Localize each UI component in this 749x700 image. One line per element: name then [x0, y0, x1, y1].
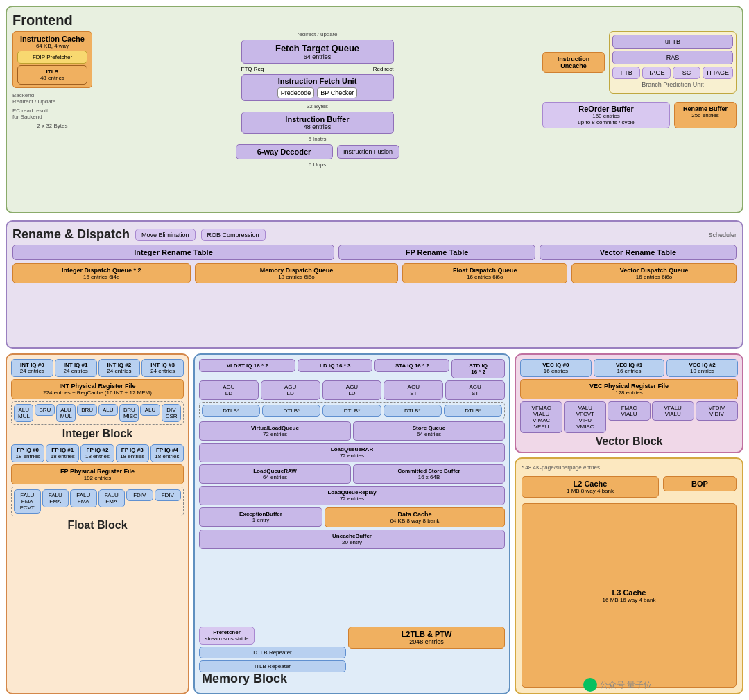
- alu-mul-0: ALU MUL: [14, 404, 33, 422]
- sc-box: SC: [673, 67, 700, 79]
- 6uops-label: 6 Uops: [309, 161, 326, 168]
- vldst-iq-box: VLDST IQ 16 * 2: [199, 359, 295, 372]
- load-replay-box: LoadQueueReplay 72 entries: [199, 486, 505, 505]
- agu-st-0: AGU ST: [384, 380, 443, 400]
- l2l3-cache-block: * 48 4K-page/superpage entries L2 Cache …: [515, 457, 743, 694]
- dtlb-units-dashed: DTLB* DTLB* DTLB* DTLB* DTLB*: [199, 402, 505, 419]
- alu-mul-1: ALU MUL: [56, 404, 76, 422]
- decoder-box: 6-way Decoder: [236, 144, 333, 159]
- falu-fma-1: FALU FMA: [70, 489, 97, 507]
- int-rename-box: Integer Rename Table: [12, 245, 334, 260]
- alu-0: ALU: [98, 404, 118, 416]
- memory-block: VLDST IQ 16 * 2 LD IQ 16 * 3 STA IQ 16 *…: [193, 353, 510, 694]
- rename-section: Rename & Dispatch Move Elimination ROB C…: [6, 220, 743, 349]
- vec-iq0: VEC IQ #0 16 entries: [520, 359, 592, 377]
- vfmac-box: VFMAC VIALU VIMAC VPPU: [520, 401, 562, 433]
- bpu-title: Branch Prediction Unit: [612, 81, 733, 88]
- move-elim-box: Move Elimination: [135, 229, 196, 241]
- exception-buf-box: ExceptionBuffer 1 entry: [199, 507, 322, 527]
- int-iq1: INT IQ #1 24 entries: [55, 359, 97, 377]
- fp-units-dashed: FALU FMA FCVT FALU FMA FALU FMA FALU FMA…: [11, 487, 184, 516]
- int-iq0: INT IQ #0 24 entries: [11, 359, 53, 377]
- vec-iq2: VEC IQ #2 10 entries: [666, 359, 738, 377]
- uncache-buf-box: UncacheBuffer 20 entry: [199, 530, 505, 549]
- ras-box: RAS: [612, 51, 733, 64]
- vec-rename-box: Vector Rename Table: [540, 245, 737, 260]
- l2-cache-box: L2 Cache 1 MB 8 way 4 bank: [522, 476, 659, 498]
- fp-iq2: FP IQ #2 18 entries: [80, 444, 114, 462]
- 48k-annotation: * 48 4K-page/superpage entries: [522, 464, 737, 471]
- agu-st-1: AGU ST: [445, 380, 505, 400]
- ld-iq-box: LD IQ 16 * 3: [298, 359, 372, 372]
- inst-fusion-box: Instruction Fusion: [337, 145, 399, 159]
- sta-iq-box: STA IQ 16 * 2: [374, 359, 449, 372]
- 32bytes-label: 32 Bytes: [307, 103, 328, 110]
- bottom-area: INT IQ #0 24 entries INT IQ #1 24 entrie…: [6, 353, 743, 694]
- vfalu-vialu-box: VFALU VIALU: [652, 401, 694, 421]
- scheduler-label: Scheduler: [708, 231, 737, 238]
- store-queue: Store Queue 64 entries: [353, 421, 505, 441]
- data-cache-box: Data Cache 64 KB 8 way 8 bank: [325, 507, 505, 527]
- bru-0: BRU: [35, 404, 54, 416]
- itlb-box: ITLB 48 entries: [17, 65, 87, 85]
- vfdiv-vidiv-box: VFDIV VIDIV: [696, 401, 738, 421]
- l2tlb-ptw-box: L2TLB & PTW 2048 entries: [348, 627, 505, 649]
- vector-block: VEC IQ #0 16 entries VEC IQ #1 16 entrie…: [515, 353, 743, 453]
- agu-ld-1: AGU LD: [261, 380, 320, 400]
- fdiv-1: FDIV: [155, 489, 182, 501]
- backend-redirect-label: BackendRedirect / Update: [12, 92, 92, 105]
- fp-prf-box: FP Physical Register File 192 entries: [11, 464, 184, 484]
- predecode-box: Predecode: [277, 87, 315, 98]
- vec-dispatch-box: Vector Dispatch Queue 16 entries 6i6o: [571, 263, 737, 283]
- dtlb-0: DTLB*: [202, 405, 260, 417]
- alu-1: ALU: [140, 404, 160, 416]
- int-units-dashed: ALU MUL BRU ALU MUL BRU ALU BRU MISC ALU…: [11, 401, 184, 425]
- dtlb-3: DTLB*: [384, 405, 442, 417]
- icache-box: Instruction Cache 64 KB, 4 way FDIP Pref…: [12, 31, 92, 88]
- falu-fma-fcvt: FALU FMA FCVT: [14, 489, 41, 514]
- vec-prf-box: VEC Physical Register File 128 entries: [520, 379, 738, 399]
- tage-box: TAGE: [642, 67, 670, 79]
- itlb-repeater-box: ITLB Repeater: [199, 660, 346, 672]
- agu-ld-2: AGU LD: [322, 380, 382, 400]
- fmac-vialu-box: FMAC VIALU: [608, 401, 650, 421]
- inst-uncache-box: Instruction Uncache: [542, 52, 605, 73]
- fp-iq1: FP IQ #1 18 entries: [46, 444, 79, 462]
- redirect-update-label: redirect / update: [298, 31, 338, 37]
- ifu-box: Instruction Fetch Unit Predecode BP Chec…: [241, 74, 394, 101]
- load-rar-box: LoadQueueRAR 72 entries: [199, 443, 505, 462]
- ftb-box: FTB: [612, 67, 640, 79]
- frontend-section: Frontend Instruction Cache 64 KB, 4 way …: [6, 6, 743, 213]
- float-block-title: Float Block: [11, 519, 184, 532]
- mem-dispatch-box: Memory Dispatch Queue 18 entries 6i6o: [195, 263, 399, 283]
- pc-read-label: PC read resultfor Backend: [12, 107, 92, 120]
- virt-load-queue: VirtualLoadQueue 72 entries: [199, 421, 351, 441]
- wechat-icon: [583, 678, 597, 692]
- fdiv-0: FDIV: [126, 489, 153, 501]
- frontend-title: Frontend: [12, 12, 737, 28]
- ftq-box: Fetch Target Queue 64 entries: [241, 40, 394, 64]
- decoder-row: 6-way Decoder Instruction Fusion: [236, 144, 399, 159]
- load-raw-box: LoadQueueRAW 64 entries: [199, 464, 351, 484]
- frontend-center: redirect / update Fetch Target Queue 64 …: [98, 31, 537, 206]
- diagram: Frontend Instruction Cache 64 KB, 4 way …: [0, 0, 749, 700]
- rob-compress-box: ROB Compression: [201, 229, 266, 241]
- integer-block-title: Integer Block: [11, 428, 184, 440]
- rename-buffer-box: Rename Buffer 256 entries: [674, 102, 737, 128]
- dtlb-repeater-box: DTLB Repeater: [199, 647, 346, 658]
- l3-cache-box: L3 Cache 16 MB 16 way 4 bank: [522, 503, 737, 688]
- integer-block: INT IQ #0 24 entries INT IQ #1 24 entrie…: [6, 353, 189, 694]
- dtlb-1: DTLB*: [262, 405, 320, 417]
- agu-ld-0: AGU LD: [199, 380, 259, 400]
- bpu-box: uFTB RAS FTB: [609, 31, 737, 94]
- valu-box: VALU VFCVT VIPU VMISC: [564, 401, 606, 433]
- right-side: VEC IQ #0 16 entries VEC IQ #1 16 entrie…: [515, 353, 743, 694]
- int-dispatch-box: Integer Dispatch Queue * 2 16 entries 6i…: [12, 263, 191, 283]
- falu-fma-0: FALU FMA: [42, 489, 69, 507]
- committed-store-box: Committed Store Buffer 16 x 64B: [353, 464, 505, 484]
- prefetcher-box: Prefetcher stream sms stride: [199, 627, 255, 645]
- int-prf-box: INT Physical Register File 224 entries +…: [11, 379, 184, 399]
- bru-misc: BRU MISC: [119, 404, 139, 422]
- div-csr: DIV CSR: [162, 404, 181, 422]
- bop-box: BOP: [663, 476, 737, 491]
